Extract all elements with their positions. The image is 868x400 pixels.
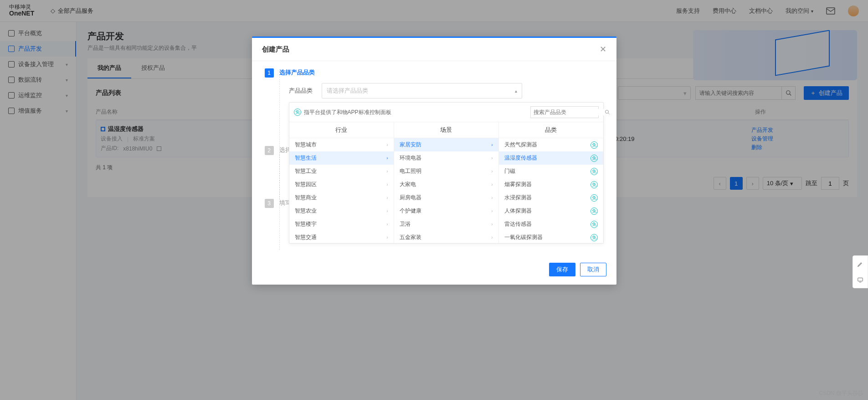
search-icon[interactable]	[605, 109, 610, 115]
col-head-category: 品类	[499, 122, 603, 138]
chevron-right-icon: ›	[491, 222, 493, 227]
list-item[interactable]: 五金家装›	[394, 231, 498, 243]
list-item[interactable]: 智慧生活›	[289, 151, 394, 165]
free-badge-icon: 免	[591, 155, 598, 162]
create-product-modal: 创建产品 ✕ 1 选择产品品类 产品品类 请选择产品品类 ▴ 免 指平台提供了和…	[252, 36, 616, 285]
step-1: 1 选择产品品类	[265, 68, 604, 78]
list-item[interactable]: 个护健康›	[394, 204, 498, 218]
free-badge-icon: 免	[294, 109, 301, 116]
list-item[interactable]: 烟雾探测器免	[499, 178, 603, 191]
list-item[interactable]: 智慧城市›	[289, 138, 394, 151]
chevron-right-icon: ›	[491, 169, 493, 174]
scene-column: 场景 家居安防›环境电器›电工照明›大家电›厨房电器›个护健康›卫浴›五金家装›…	[394, 122, 499, 243]
dropdown-search-input[interactable]	[531, 109, 605, 115]
chevron-right-icon: ›	[491, 156, 493, 161]
list-item[interactable]: 卫浴›	[394, 218, 498, 231]
cancel-button[interactable]: 取消	[580, 263, 606, 276]
watermark: CSDN @芋头莎莎	[819, 390, 863, 397]
list-item[interactable]: 一氧化碳探测器免	[499, 231, 603, 243]
list-item[interactable]: 电工照明›	[394, 165, 498, 178]
free-badge-icon: 免	[591, 208, 598, 215]
chevron-right-icon: ›	[386, 208, 388, 213]
free-badge-icon: 免	[591, 168, 598, 175]
list-item[interactable]: 智慧商业›	[289, 191, 394, 204]
list-item[interactable]: 厨房电器›	[394, 191, 498, 204]
chevron-right-icon: ›	[386, 182, 388, 187]
list-item[interactable]: 智慧楼宇›	[289, 218, 394, 231]
edit-icon[interactable]	[853, 256, 868, 272]
save-button[interactable]: 保存	[549, 263, 575, 276]
free-badge-icon: 免	[591, 221, 598, 228]
step-1-label: 选择产品品类	[279, 68, 315, 78]
svg-rect-3	[858, 278, 863, 281]
chevron-right-icon: ›	[491, 195, 493, 200]
list-item[interactable]: 环境电器›	[394, 151, 498, 165]
modal-title: 创建产品	[262, 45, 289, 54]
category-dropdown: 免 指平台提供了和物APP标准控制面板 行业 智慧城市›智慧生活›智慧工业›智慧…	[289, 102, 604, 244]
chevron-right-icon: ›	[386, 195, 388, 200]
category-field-label: 产品品类	[289, 87, 316, 95]
col-head-industry: 行业	[289, 122, 394, 138]
list-item[interactable]: 天然气探测器免	[499, 138, 603, 151]
list-item[interactable]: 温湿度传感器免	[499, 151, 603, 165]
free-badge-icon: 免	[591, 181, 598, 188]
list-item[interactable]: 门磁免	[499, 165, 603, 178]
caret-up-icon: ▴	[515, 88, 517, 94]
list-item[interactable]: 大家电›	[394, 178, 498, 191]
select-placeholder: 请选择产品品类	[327, 87, 368, 95]
chevron-right-icon: ›	[386, 156, 388, 161]
float-tools	[853, 255, 868, 288]
col-head-scene: 场景	[394, 122, 498, 138]
free-badge-icon: 免	[591, 141, 598, 149]
chevron-right-icon: ›	[386, 142, 388, 147]
close-icon[interactable]: ✕	[600, 44, 606, 54]
dropdown-hint: 免 指平台提供了和物APP标准控制面板	[294, 109, 391, 116]
chevron-right-icon: ›	[491, 208, 493, 213]
chevron-right-icon: ›	[386, 235, 388, 240]
feedback-icon[interactable]	[853, 272, 868, 288]
chevron-right-icon: ›	[491, 182, 493, 187]
list-item[interactable]: 水浸探测器免	[499, 191, 603, 204]
list-item[interactable]: 雷达传感器免	[499, 218, 603, 231]
list-item[interactable]: 智慧园区›	[289, 178, 394, 191]
dropdown-search	[530, 106, 599, 118]
chevron-right-icon: ›	[386, 169, 388, 174]
list-item[interactable]: 智慧农业›	[289, 204, 394, 218]
category-column: 品类 天然气探测器免温湿度传感器免门磁免烟雾探测器免水浸探测器免人体探测器免雷达…	[499, 122, 603, 243]
step-3-badge: 3	[265, 199, 274, 208]
list-item[interactable]: 人体探测器免	[499, 204, 603, 218]
list-item[interactable]: 智慧交通›	[289, 231, 394, 243]
chevron-right-icon: ›	[491, 235, 493, 240]
chevron-right-icon: ›	[386, 222, 388, 227]
step-1-body: 产品品类 请选择产品品类 ▴ 免 指平台提供了和物APP标准控制面板	[279, 77, 604, 250]
list-item[interactable]: 智慧工业›	[289, 165, 394, 178]
chevron-right-icon: ›	[491, 142, 493, 147]
list-item[interactable]: 家居安防›	[394, 138, 498, 151]
svg-point-2	[605, 110, 608, 114]
step-2-badge: 2	[265, 146, 274, 155]
step-1-badge: 1	[265, 68, 274, 78]
category-select[interactable]: 请选择产品品类 ▴	[322, 83, 522, 99]
free-badge-icon: 免	[591, 194, 598, 202]
free-badge-icon: 免	[591, 234, 598, 241]
industry-column: 行业 智慧城市›智慧生活›智慧工业›智慧园区›智慧商业›智慧农业›智慧楼宇›智慧…	[289, 122, 394, 243]
